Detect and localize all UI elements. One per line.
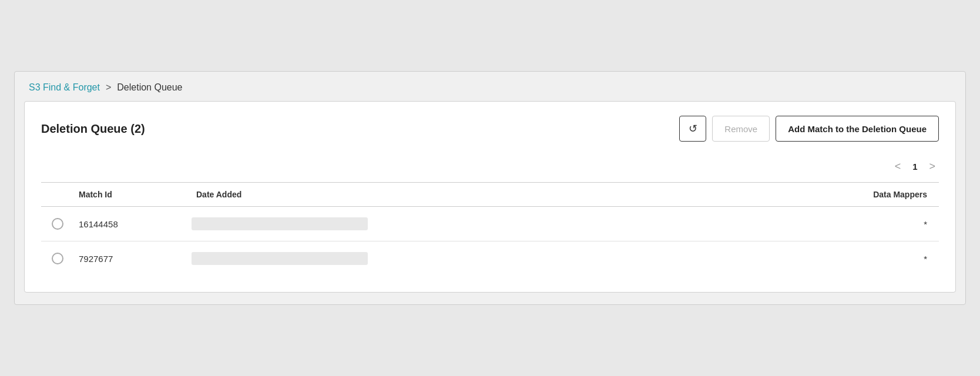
row-1-match-id: 16144458 (74, 219, 192, 229)
row-2-date-added (192, 252, 810, 265)
row-2-match-id: 7927677 (74, 254, 192, 264)
row-2-select-cell (41, 253, 74, 264)
row-1-radio[interactable] (52, 218, 63, 230)
row-2-data-mappers: * (810, 254, 939, 264)
main-card: Deletion Queue (2) ↺ Remove Add Match to… (24, 101, 956, 293)
row-1-data-mappers: * (810, 219, 939, 229)
breadcrumb-separator: > (106, 82, 111, 93)
table-header-date-added: Date Added (192, 190, 810, 199)
pagination-row: < 1 > (41, 153, 939, 182)
table: Match Id Date Added Data Mappers 1614445… (41, 182, 939, 276)
row-2-radio[interactable] (52, 253, 63, 264)
row-1-date-added (192, 217, 810, 230)
add-match-button[interactable]: Add Match to the Deletion Queue (776, 116, 939, 142)
table-row: 7927677 * (41, 241, 939, 276)
breadcrumb-home-link[interactable]: S3 Find & Forget (29, 82, 100, 93)
table-header-match-id: Match Id (74, 190, 192, 199)
table-header-data-mappers: Data Mappers (810, 190, 939, 199)
table-row: 16144458 * (41, 207, 939, 241)
remove-button[interactable]: Remove (712, 116, 770, 142)
pagination-next-button[interactable]: > (925, 158, 939, 175)
card-header: Deletion Queue (2) ↺ Remove Add Match to… (41, 116, 939, 142)
table-header-row: Match Id Date Added Data Mappers (41, 183, 939, 207)
row-2-date-placeholder (192, 252, 368, 265)
card-title: Deletion Queue (2) (41, 122, 145, 136)
header-buttons: ↺ Remove Add Match to the Deletion Queue (679, 116, 939, 142)
row-1-date-placeholder (192, 217, 368, 230)
table-header-select (41, 190, 74, 199)
page-wrapper: S3 Find & Forget > Deletion Queue Deleti… (14, 71, 966, 305)
row-1-select-cell (41, 218, 74, 230)
pagination-page-number: 1 (912, 162, 917, 172)
breadcrumb-current-page: Deletion Queue (117, 82, 182, 93)
pagination-prev-button[interactable]: < (891, 158, 905, 175)
refresh-button[interactable]: ↺ (679, 116, 706, 142)
breadcrumb: S3 Find & Forget > Deletion Queue (15, 72, 965, 101)
